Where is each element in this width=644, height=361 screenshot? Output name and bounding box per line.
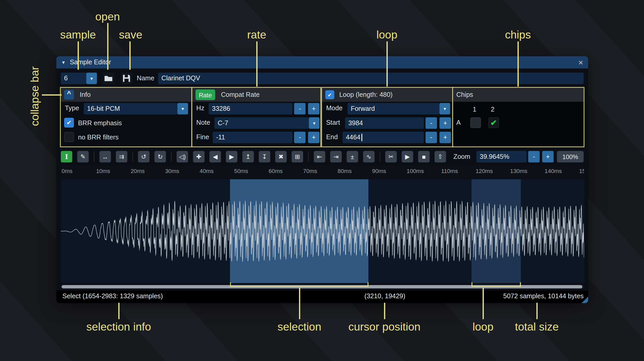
mode-dropdown[interactable]: ▼	[440, 103, 450, 114]
annotation-selection: selection	[277, 321, 321, 333]
filter-icon[interactable]: ∿	[363, 151, 374, 162]
check-icon: ✔	[490, 118, 497, 128]
fine-minus-button[interactable]: -	[294, 132, 305, 143]
chevron-down-icon: ▼	[89, 76, 94, 81]
chip-2-checkbox[interactable]: ✔	[488, 117, 499, 128]
ruler-label: 90ms	[372, 168, 386, 174]
loop-start-input[interactable]: 3984	[345, 117, 424, 129]
waveform-canvas[interactable]	[61, 179, 584, 283]
trim-icon[interactable]: ±	[347, 151, 358, 162]
window-collapse-icon[interactable]: ▼	[61, 60, 66, 65]
waveform-view[interactable]	[61, 179, 584, 283]
ruler-label: 50ms	[234, 168, 248, 174]
plus-icon: +	[443, 119, 447, 127]
save-button[interactable]	[121, 73, 132, 84]
cut-icon[interactable]: ✂	[385, 151, 397, 162]
edit-cursor-icon[interactable]: I	[61, 151, 72, 162]
crop-icon[interactable]: ⊞	[292, 151, 303, 162]
fine-input[interactable]: -11	[213, 132, 292, 143]
note-value: C-7	[218, 119, 228, 127]
annotation-bracket	[472, 282, 521, 287]
fine-plus-button[interactable]: +	[308, 132, 319, 143]
annotation-save: save	[119, 29, 142, 41]
zoom-in-button[interactable]: +	[542, 151, 554, 162]
fade-icon[interactable]: ↧	[259, 151, 270, 162]
volume-icon[interactable]: ◁)	[177, 151, 188, 162]
zoom-reset-label: 100%	[562, 153, 578, 160]
annotation-line	[129, 41, 130, 70]
annotation-open: open	[95, 11, 120, 23]
hz-minus-button[interactable]: -	[294, 103, 305, 114]
invert-icon[interactable]: ▶	[226, 151, 237, 162]
chip-1-checkbox[interactable]	[470, 117, 481, 128]
undo-icon[interactable]: ↺	[138, 151, 149, 162]
titlebar[interactable]: ▼ Sample Editor ×	[56, 56, 588, 69]
delete-icon[interactable]: ✖	[275, 151, 286, 162]
resample-icon[interactable]: ⇉	[116, 151, 127, 162]
cursor-position-text: (3210, 19429)	[364, 293, 405, 300]
zoom-out-button[interactable]: -	[528, 151, 540, 162]
mode-select[interactable]: Forward	[347, 103, 440, 114]
export-icon[interactable]: ⇧	[435, 151, 446, 162]
sample-number-dropdown[interactable]: ▼	[86, 73, 97, 84]
collapse-button[interactable]: ^	[64, 90, 74, 100]
minus-icon: -	[299, 134, 301, 141]
pencil-icon[interactable]: ✎	[77, 151, 89, 162]
resize-icon[interactable]: ↔	[99, 151, 111, 162]
note-dropdown[interactable]: ▼	[309, 117, 320, 129]
ruler-label: 30ms	[165, 168, 179, 174]
annotation-chips: chips	[505, 29, 531, 41]
ruler: 0ms10ms20ms30ms40ms50ms60ms70ms80ms90ms1…	[61, 166, 584, 177]
brr-emphasis-checkbox[interactable]: ✔	[64, 118, 74, 128]
chip-column-2: 2	[491, 106, 494, 113]
chips-panel-header: Chips	[453, 88, 584, 102]
no-brr-filters-checkbox[interactable]	[64, 132, 74, 142]
note-select[interactable]: C-7	[214, 117, 309, 129]
close-icon[interactable]: ×	[578, 58, 583, 67]
annotation-line	[299, 288, 300, 319]
redo-icon[interactable]: ↻	[154, 151, 166, 162]
ruler-label: 100ms	[407, 168, 424, 174]
annotation-rate: rate	[247, 29, 266, 41]
sample-editor-window: ▼ Sample Editor × 6 ▼ Name Clarinet DQV	[56, 56, 588, 303]
loop-end-input[interactable]: 4464	[343, 132, 424, 143]
open-button[interactable]	[103, 73, 114, 84]
silence-icon[interactable]: ⇤	[314, 151, 325, 162]
annotation-line	[78, 41, 79, 70]
fine-value: -11	[216, 134, 225, 141]
annotation-line	[483, 288, 484, 319]
mode-value: Forward	[351, 105, 375, 113]
insert-icon[interactable]: ⇥	[330, 151, 342, 162]
stop-icon[interactable]: ■	[418, 151, 429, 162]
annotation-cursor-position: cursor position	[348, 321, 420, 333]
annotation-line	[518, 41, 519, 87]
play-icon[interactable]: ▶	[402, 151, 413, 162]
resize-grip[interactable]	[582, 297, 588, 303]
no-brr-filters-label: no BRR filters	[78, 134, 119, 141]
loop-end-plus-button[interactable]: +	[440, 132, 451, 143]
sample-number-field[interactable]: 6	[61, 73, 86, 84]
hz-input[interactable]: 33286	[209, 103, 292, 114]
chips-panel-title: Chips	[456, 91, 473, 99]
toolbar-separator	[94, 152, 94, 162]
normalize-icon[interactable]: ↥	[242, 151, 254, 162]
hz-plus-button[interactable]: +	[308, 103, 319, 114]
amplify-icon[interactable]: ✚	[193, 151, 204, 162]
check-icon: ✔	[328, 92, 332, 98]
loop-end-minus-button[interactable]: -	[426, 132, 437, 143]
loop-start-plus-button[interactable]: +	[440, 117, 451, 129]
type-dropdown[interactable]: ▼	[177, 103, 188, 114]
rate-button[interactable]: Rate	[195, 89, 215, 100]
type-select[interactable]: 16-bit PCM	[84, 103, 177, 114]
minus-icon: -	[533, 153, 535, 161]
ruler-label: 130ms	[510, 168, 527, 174]
name-input[interactable]: Clarinet DQV	[158, 73, 584, 84]
plus-icon: +	[312, 105, 316, 113]
loop-checkbox[interactable]: ✔	[325, 90, 334, 99]
type-label: Type	[65, 105, 79, 112]
zoom-reset-button[interactable]: 100%	[557, 151, 584, 162]
toolbar-separator	[132, 152, 133, 162]
loop-start-minus-button[interactable]: -	[426, 117, 437, 129]
zoom-input[interactable]: 39.9645%	[476, 151, 527, 162]
reverse-icon[interactable]: ◀	[209, 151, 221, 162]
